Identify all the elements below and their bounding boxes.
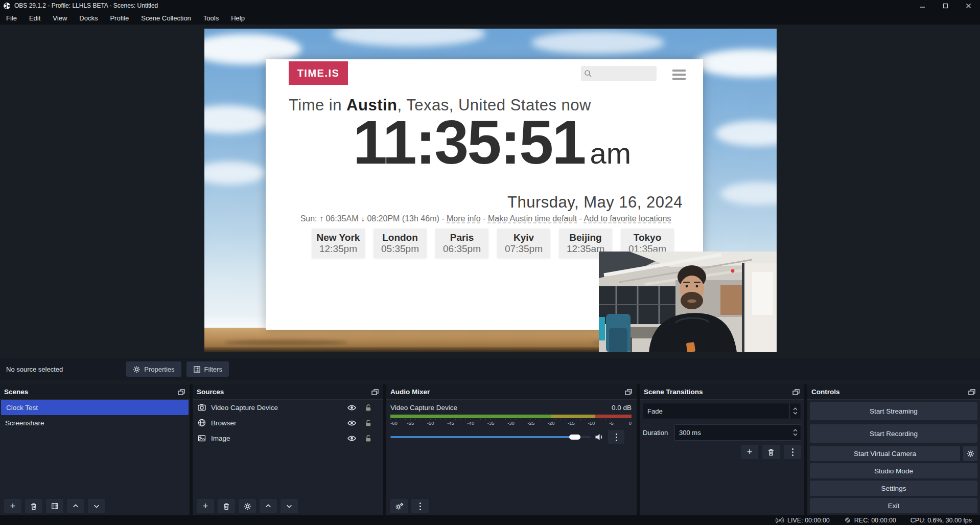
properties-button[interactable]: Properties	[126, 361, 181, 377]
menu-file[interactable]: File	[0, 11, 23, 25]
cloud-decoration	[332, 29, 485, 47]
source-item-image[interactable]: Image	[193, 430, 383, 446]
visibility-eye-icon[interactable]	[347, 404, 356, 411]
record-inactive-icon	[844, 517, 851, 523]
move-scene-down-button[interactable]	[88, 499, 105, 513]
close-button[interactable]	[957, 0, 980, 11]
popout-icon[interactable]	[371, 388, 379, 396]
visibility-eye-icon[interactable]	[347, 420, 356, 426]
chevron-up-icon	[72, 503, 79, 510]
world-time-kyiv: Kyiv07:35pm	[497, 229, 550, 258]
menu-edit[interactable]: Edit	[23, 11, 46, 25]
source-item-video-capture[interactable]: Video Capture Device	[193, 400, 383, 415]
virtual-camera-config-button[interactable]	[963, 446, 977, 461]
hamburger-menu-icon	[672, 70, 686, 80]
mixer-toolbar	[386, 499, 637, 513]
window-title: OBS 29.1.2 - Profile: LLHLS BETA - Scene…	[14, 2, 158, 9]
image-icon	[198, 434, 206, 442]
transition-select[interactable]: Fade	[643, 403, 801, 419]
more-info-link: More info	[447, 214, 481, 223]
make-default-link: Make Austin time default	[488, 214, 577, 223]
menu-view[interactable]: View	[46, 11, 73, 25]
cloud-decoration	[531, 31, 664, 54]
popout-icon[interactable]	[968, 388, 976, 396]
filters-button[interactable]: Filters	[186, 361, 229, 377]
menu-scene-collection[interactable]: Scene Collection	[135, 11, 197, 25]
advanced-audio-button[interactable]	[390, 499, 408, 513]
scene-filters-button[interactable]	[46, 499, 63, 513]
volume-slider[interactable]	[390, 434, 591, 440]
sources-header: Sources	[193, 384, 383, 400]
kebab-menu-icon	[419, 503, 421, 510]
trash-icon	[30, 503, 37, 510]
lock-open-icon[interactable]	[364, 435, 372, 442]
add-source-button[interactable]: +	[197, 499, 214, 513]
trash-icon	[223, 503, 230, 510]
rec-status: REC: 00:00:00	[844, 517, 896, 524]
move-source-down-button[interactable]	[281, 499, 298, 513]
mixer-menu-button[interactable]	[411, 499, 429, 513]
scene-item-screenshare[interactable]: Screenshare	[0, 415, 190, 430]
lock-open-icon[interactable]	[364, 404, 372, 412]
chevron-down-icon	[286, 503, 293, 510]
maximize-button[interactable]	[934, 0, 957, 11]
scenes-header: Scenes	[0, 384, 190, 400]
controls-panel: Controls Start Streaming Start Recording…	[807, 384, 980, 515]
start-streaming-button[interactable]: Start Streaming	[810, 402, 977, 420]
gear-icon	[133, 366, 141, 373]
source-item-browser[interactable]: Browser	[193, 415, 383, 430]
remove-source-button[interactable]	[218, 499, 235, 513]
sources-panel: Sources Video Capture Device Browser	[193, 384, 383, 515]
studio-mode-button[interactable]: Studio Mode	[810, 463, 977, 478]
volume-slider-handle[interactable]	[569, 435, 580, 440]
clock-row: 11:35:51 am	[296, 108, 688, 176]
menu-profile[interactable]: Profile	[104, 11, 135, 25]
sun-info-line: Sun: ↑ 06:35AM ↓ 08:20PM (13h 46m) - Mor…	[289, 214, 683, 223]
visibility-eye-icon[interactable]	[347, 435, 356, 442]
globe-icon	[198, 419, 206, 427]
meter-tick-labels: -60 -55 -50 -45 -40 -35 -30 -25 -20 -15 …	[390, 420, 632, 427]
speaker-icon[interactable]	[595, 433, 604, 441]
duration-label: Duration	[643, 429, 674, 437]
date-line: Thursday, May 16, 2024	[289, 193, 683, 212]
add-scene-button[interactable]: +	[4, 499, 21, 513]
transitions-header: Scene Transitions	[640, 384, 804, 400]
settings-button[interactable]: Settings	[810, 481, 977, 496]
remove-scene-button[interactable]	[25, 499, 42, 513]
cpu-status: CPU: 0.6%, 30.00 fps	[911, 517, 972, 524]
start-virtual-camera-button[interactable]: Start Virtual Camera	[810, 446, 960, 461]
move-scene-up-button[interactable]	[67, 499, 84, 513]
popout-icon[interactable]	[624, 388, 633, 396]
dune-shadow	[225, 340, 347, 345]
menu-tools[interactable]: Tools	[197, 11, 225, 25]
cloud-decoration	[720, 182, 777, 205]
minimize-button[interactable]	[911, 0, 934, 11]
remove-transition-button[interactable]	[762, 445, 780, 459]
mixer-channel-name: Video Capture Device	[390, 404, 457, 412]
exit-button[interactable]: Exit	[810, 498, 977, 513]
preview-canvas[interactable]: TIME.IS Time in Austin, Texas, United St…	[204, 29, 777, 352]
volume-row	[390, 430, 632, 444]
menu-docks[interactable]: Docks	[73, 11, 104, 25]
spin-down-icon[interactable]	[793, 433, 798, 436]
transition-menu-button[interactable]	[784, 445, 801, 459]
transition-select-arrows[interactable]	[789, 403, 801, 419]
popout-icon[interactable]	[177, 388, 185, 396]
scene-item-clock-test[interactable]: Clock Test	[1, 400, 189, 415]
audio-mixer-header: Audio Mixer	[386, 384, 637, 400]
mixer-channel-menu-button[interactable]	[608, 430, 624, 444]
transitions-toolbar: +	[741, 445, 801, 459]
no-source-status: No source selected	[6, 366, 63, 373]
duration-spinbox[interactable]: 300 ms	[674, 424, 801, 441]
popout-icon[interactable]	[792, 388, 800, 396]
menu-help[interactable]: Help	[225, 11, 251, 25]
cloud-decoration	[204, 162, 266, 185]
spin-up-icon[interactable]	[793, 429, 798, 432]
lock-open-icon[interactable]	[364, 419, 372, 427]
cloud-decoration	[695, 49, 777, 77]
source-properties-button[interactable]	[239, 499, 256, 513]
move-source-up-button[interactable]	[260, 499, 277, 513]
add-transition-button[interactable]: +	[741, 445, 758, 459]
cloud-decoration	[715, 121, 777, 146]
start-recording-button[interactable]: Start Recording	[810, 424, 977, 443]
